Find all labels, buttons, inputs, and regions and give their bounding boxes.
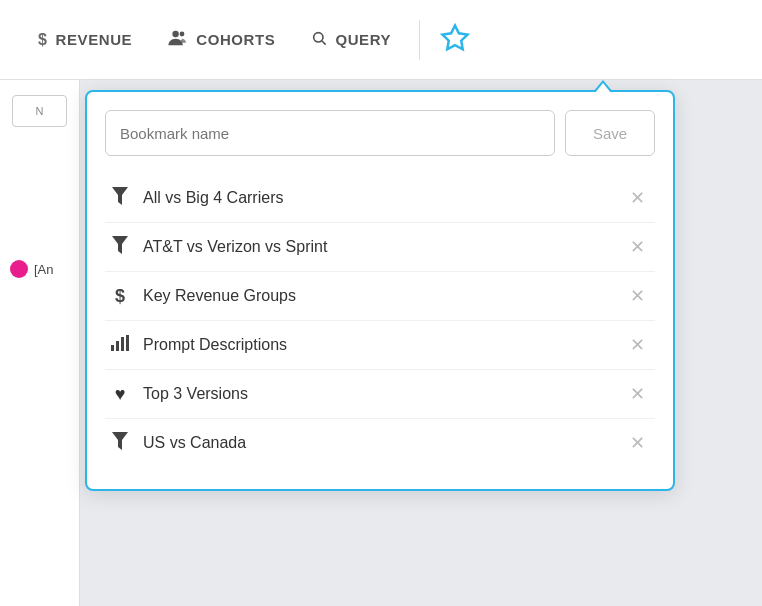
n-button[interactable]: N — [12, 95, 67, 127]
bookmark-item-label: AT&T vs Verizon vs Sprint — [143, 238, 612, 256]
query-nav-item[interactable]: QUERY — [293, 20, 409, 60]
bookmark-list: All vs Big 4 Carriers ✕ AT&T vs Verizon … — [105, 174, 655, 467]
dollar-icon: $ — [38, 31, 48, 49]
star-icon — [440, 23, 470, 57]
filter-icon — [109, 432, 131, 454]
remove-button[interactable]: ✕ — [624, 383, 651, 405]
remove-button[interactable]: ✕ — [624, 285, 651, 307]
bookmark-popup: Save All vs Big 4 Carriers ✕ — [85, 90, 675, 491]
cohorts-nav-item[interactable]: COHORTS — [150, 20, 293, 60]
bookmark-item: $ Key Revenue Groups ✕ — [105, 272, 655, 321]
bookmark-item-label: Top 3 Versions — [143, 385, 612, 403]
bookmark-item-label: All vs Big 4 Carriers — [143, 189, 612, 207]
an-label: [An — [34, 262, 54, 277]
pink-dot-area: [An — [10, 260, 54, 278]
bookmark-item: US vs Canada ✕ — [105, 419, 655, 467]
svg-line-3 — [322, 41, 326, 45]
svg-rect-7 — [111, 345, 114, 351]
svg-rect-9 — [121, 337, 124, 351]
bookmark-name-input[interactable] — [105, 110, 555, 156]
bookmark-item: All vs Big 4 Carriers ✕ — [105, 174, 655, 223]
svg-marker-6 — [112, 236, 128, 254]
remove-button[interactable]: ✕ — [624, 236, 651, 258]
query-label: QUERY — [335, 31, 391, 48]
remove-button[interactable]: ✕ — [624, 334, 651, 356]
remove-button[interactable]: ✕ — [624, 432, 651, 454]
bookmark-item: Prompt Descriptions ✕ — [105, 321, 655, 370]
heart-icon: ♥ — [109, 384, 131, 405]
bookmark-button[interactable] — [430, 15, 480, 65]
save-button[interactable]: Save — [565, 110, 655, 156]
svg-marker-5 — [112, 187, 128, 205]
search-icon — [311, 30, 327, 50]
svg-point-0 — [173, 30, 179, 36]
main-area: N [An Save All vs Big 4 Carriers ✕ — [0, 80, 762, 606]
revenue-nav-item[interactable]: $ REVENUE — [20, 21, 150, 59]
svg-point-2 — [314, 32, 323, 41]
cohorts-label: COHORTS — [196, 31, 275, 48]
revenue-label: REVENUE — [56, 31, 133, 48]
filter-icon — [109, 236, 131, 258]
bookmark-item: AT&T vs Verizon vs Sprint ✕ — [105, 223, 655, 272]
cohorts-icon — [168, 30, 188, 50]
bookmark-item-label: Key Revenue Groups — [143, 287, 612, 305]
dollar-icon: $ — [109, 286, 131, 307]
bookmark-input-row: Save — [105, 110, 655, 156]
svg-rect-8 — [116, 341, 119, 351]
filter-icon — [109, 187, 131, 209]
svg-marker-11 — [112, 432, 128, 450]
svg-point-1 — [180, 31, 185, 36]
nav-divider — [419, 20, 420, 60]
pink-dot — [10, 260, 28, 278]
left-panel: N — [0, 80, 80, 606]
svg-rect-10 — [126, 335, 129, 351]
remove-button[interactable]: ✕ — [624, 187, 651, 209]
svg-marker-4 — [443, 25, 468, 49]
top-nav: $ REVENUE COHORTS QUERY — [0, 0, 762, 80]
n-label: N — [36, 105, 44, 117]
bookmark-item-label: Prompt Descriptions — [143, 336, 612, 354]
chart-icon — [109, 335, 131, 355]
bookmark-item: ♥ Top 3 Versions ✕ — [105, 370, 655, 419]
bookmark-item-label: US vs Canada — [143, 434, 612, 452]
